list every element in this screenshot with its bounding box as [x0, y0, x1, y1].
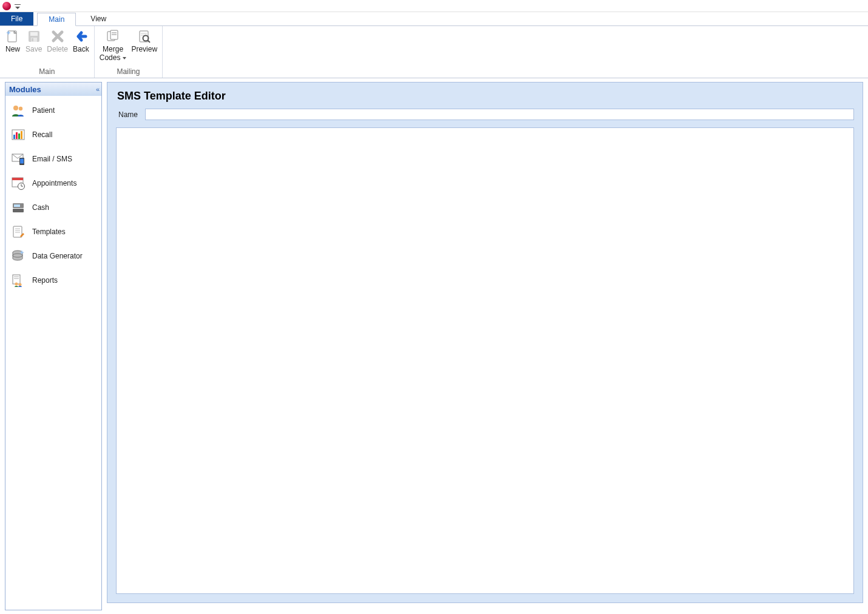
svg-rect-36 [13, 226, 22, 237]
svg-rect-23 [18, 133, 20, 139]
name-row: Name [116, 109, 854, 120]
template-content-textarea[interactable] [116, 127, 854, 594]
svg-rect-22 [16, 132, 18, 139]
preview-button[interactable]: Preview [129, 27, 160, 55]
ribbon-group-main: New Save [0, 26, 95, 78]
svg-point-47 [19, 283, 22, 286]
delete-button: Delete [44, 27, 70, 55]
recall-chart-icon [10, 127, 26, 143]
database-icon [10, 248, 26, 264]
sidebar-item-label: Patient [32, 106, 55, 115]
tab-label: File [11, 15, 22, 22]
sidebar-title: Modules [9, 85, 41, 94]
ribbon-group-title: Main [0, 66, 94, 78]
ribbon-group-title: Mailing [95, 66, 162, 78]
button-label: Back [73, 46, 89, 54]
ribbon-tabs: File Main View [0, 12, 868, 26]
titlebar [0, 0, 868, 12]
quick-access-dropdown-icon[interactable] [15, 3, 21, 9]
sidebar-item-data-generator[interactable]: Data Generator [5, 244, 101, 268]
svg-point-19 [19, 107, 22, 110]
sidebar-item-label: Templates [32, 228, 66, 236]
svg-rect-24 [21, 131, 22, 139]
back-button[interactable]: Back [70, 27, 92, 55]
back-arrow-icon [73, 29, 89, 44]
sidebar-items: Patient Recall [5, 96, 101, 295]
sidebar-item-label: Appointments [32, 179, 76, 187]
ribbon-group-mailing: Merge Codes Preview Mailing [95, 26, 163, 78]
sidebar-header: Modules « [5, 83, 101, 96]
svg-point-46 [15, 283, 18, 286]
svg-rect-35 [13, 209, 24, 212]
preview-icon [137, 29, 152, 44]
patient-icon [10, 103, 26, 118]
name-label: Name [116, 110, 140, 119]
svg-rect-4 [30, 32, 38, 36]
sidebar-item-label: Email / SMS [32, 155, 72, 163]
sidebar-item-templates[interactable]: Templates [5, 220, 101, 244]
new-page-icon [5, 29, 21, 44]
sidebar-item-label: Data Generator [32, 252, 83, 260]
tab-label: Main [49, 16, 64, 23]
editor-title: SMS Template Editor [116, 89, 854, 109]
save-icon [26, 29, 42, 44]
cash-register-icon [10, 200, 26, 215]
merge-codes-button[interactable]: Merge Codes [97, 27, 129, 64]
dropdown-caret-icon [123, 57, 126, 59]
sidebar-item-label: Cash [32, 203, 49, 212]
sidebar-item-email-sms[interactable]: Email / SMS [5, 147, 101, 171]
tab-main[interactable]: Main [37, 13, 76, 26]
editor-wrap: SMS Template Editor Name [107, 82, 863, 603]
svg-rect-21 [13, 135, 15, 139]
svg-rect-34 [14, 204, 20, 207]
calendar-clock-icon [10, 175, 26, 191]
sidebar-item-label: Recall [32, 130, 52, 139]
button-label: Delete [47, 46, 68, 54]
svg-rect-27 [20, 159, 24, 164]
button-label: Save [25, 46, 42, 54]
template-name-input[interactable] [145, 109, 854, 120]
sidebar-item-appointments[interactable]: Appointments [5, 171, 101, 195]
app-icon[interactable] [2, 2, 11, 10]
tab-file[interactable]: File [0, 12, 33, 25]
button-label: Merge Codes [100, 46, 127, 62]
ribbon: New Save [0, 26, 868, 78]
svg-line-17 [147, 41, 150, 43]
merge-codes-icon [105, 29, 121, 44]
sidebar-item-reports[interactable]: Reports [5, 268, 101, 292]
svg-rect-29 [12, 178, 23, 180]
workspace: Modules « Patient [0, 78, 868, 614]
svg-rect-6 [32, 38, 33, 41]
sidebar-item-recall[interactable]: Recall [5, 123, 101, 147]
new-button[interactable]: New [2, 27, 23, 55]
email-sms-icon [10, 151, 26, 167]
tab-view[interactable]: View [80, 12, 117, 25]
button-label: Preview [131, 46, 157, 54]
sidebar-item-label: Reports [32, 276, 58, 285]
collapse-sidebar-icon[interactable]: « [96, 86, 98, 93]
sidebar-item-patient[interactable]: Patient [5, 98, 101, 123]
sidebar-item-cash[interactable]: Cash [5, 195, 101, 220]
sidebar-modules: Modules « Patient [5, 82, 102, 610]
svg-point-18 [13, 106, 18, 110]
button-label: New [5, 46, 20, 54]
reports-icon [10, 272, 26, 288]
templates-icon [10, 224, 26, 240]
sms-template-editor-panel: SMS Template Editor Name [107, 82, 863, 603]
tab-label: View [90, 15, 106, 22]
save-button: Save [23, 27, 44, 55]
delete-x-icon [50, 29, 66, 44]
